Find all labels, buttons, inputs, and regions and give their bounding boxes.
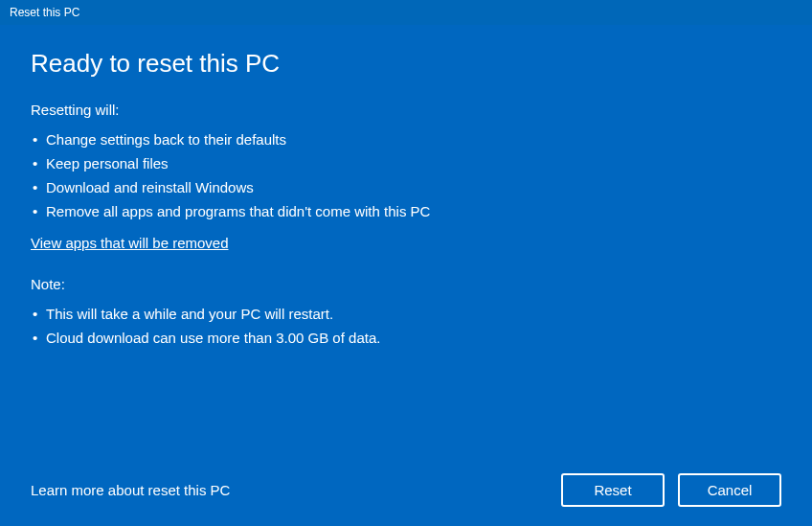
list-item: Download and reinstall Windows <box>31 175 781 199</box>
note-label: Note: <box>31 276 781 292</box>
resetting-will-label: Resetting will: <box>31 102 781 118</box>
button-row: Reset Cancel <box>561 473 781 507</box>
resetting-list: Change settings back to their defaults K… <box>31 127 781 223</box>
view-apps-link[interactable]: View apps that will be removed <box>31 235 781 251</box>
window-title: Reset this PC <box>10 6 79 19</box>
list-item: This will take a while and your PC will … <box>31 302 781 326</box>
list-item: Keep personal files <box>31 151 781 175</box>
list-item: Cloud download can use more than 3.00 GB… <box>31 326 781 350</box>
content-area: Ready to reset this PC Resetting will: C… <box>0 25 812 526</box>
page-heading: Ready to reset this PC <box>31 49 781 79</box>
window-titlebar: Reset this PC <box>0 0 812 25</box>
list-item: Change settings back to their defaults <box>31 127 781 151</box>
learn-more-link[interactable]: Learn more about reset this PC <box>31 482 230 498</box>
spacer <box>31 361 781 464</box>
cancel-button[interactable]: Cancel <box>678 473 781 507</box>
reset-button[interactable]: Reset <box>561 473 665 507</box>
note-list: This will take a while and your PC will … <box>31 302 781 350</box>
list-item: Remove all apps and programs that didn't… <box>31 199 781 223</box>
reset-pc-window: Reset this PC Ready to reset this PC Res… <box>0 0 812 526</box>
footer-row: Learn more about reset this PC Reset Can… <box>31 473 781 507</box>
